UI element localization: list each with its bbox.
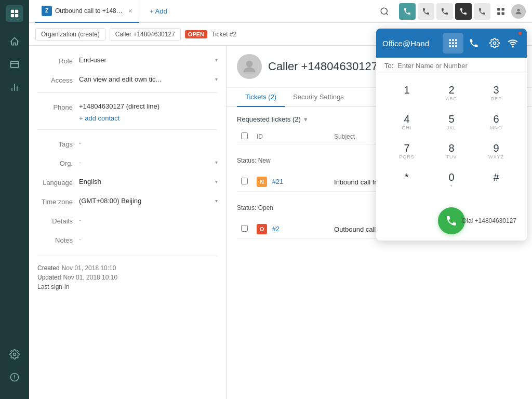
role-label: Role [37,54,79,65]
key-0[interactable]: 0+ [436,168,467,193]
header-icons [376,3,526,20]
call-button[interactable] [438,207,465,234]
access-label: Access [37,73,79,84]
ticket2-checkbox[interactable] [241,225,248,232]
org-dropdown[interactable]: - ▾ [79,156,218,168]
tags-row: Tags - [37,137,218,149]
access-dropdown[interactable]: Can view and edit own tic... ▾ [79,73,218,85]
svg-point-17 [246,61,253,68]
ticket2-id[interactable]: #2 [272,225,280,233]
sidebar [0,0,29,399]
keypad-row-4: * 0+ # [384,168,518,193]
timezone-label: Time zone [37,195,79,206]
created-label: Created [37,264,60,272]
svg-line-11 [386,13,388,15]
dialer-wifi-icon [505,33,521,54]
tab-tickets[interactable]: Tickets (2) [237,88,285,107]
timezone-dropdown[interactable]: (GMT+08:00) Beijing ▾ [79,195,218,207]
tab-security[interactable]: Security Settings [285,88,352,107]
access-arrow-icon: ▾ [215,76,218,82]
created-value: Nov 01, 2018 10:10 [62,264,116,272]
details-label: Details [37,214,79,225]
svg-point-22 [453,43,454,44]
ticket1-new-badge: N [257,177,267,187]
user-avatar-btn[interactable] [511,4,526,19]
breadcrumb-org[interactable]: Organization (create) [35,28,105,41]
updated-value: Nov 01, 2018 10:10 [63,274,117,281]
svg-point-9 [14,353,16,356]
ticket1-id[interactable]: #21 [272,178,284,185]
dialer-header: Office@Hand [376,29,527,58]
svg-rect-14 [497,12,500,15]
svg-rect-3 [15,14,18,17]
svg-point-27 [494,42,496,45]
timezone-arrow-icon: ▾ [215,198,218,204]
org-arrow-icon: ▾ [215,159,218,165]
add-contact-link[interactable]: + add contact [79,114,218,122]
tags-label: Tags [37,137,79,148]
phone-value: +14804630127 (direct line) [79,100,218,112]
key-3[interactable]: 3DEF [481,81,512,105]
key-8[interactable]: 8TUV [436,139,467,164]
requested-title: Requested tickets (2) [237,115,301,123]
dialer-to-input[interactable] [397,62,518,70]
updated-row: Updated Nov 01, 2018 10:10 [37,274,218,281]
key-9[interactable]: 9WXYZ [481,139,512,164]
language-value: English [79,178,101,185]
select-all-checkbox[interactable] [241,132,248,139]
dialer-popup: Office@Hand [376,29,527,241]
phone-icon-4[interactable] [455,3,472,20]
search-btn[interactable] [376,3,393,20]
dialer-to-row: To: [376,58,527,74]
main-tab[interactable]: Z Outbound call to +14804... #2 × [35,0,139,23]
phone-icon-2[interactable] [418,3,434,20]
key-7[interactable]: 7PQRS [391,139,422,164]
key-4[interactable]: 4GHI [391,110,422,135]
org-label: Org. [37,156,79,167]
keypad-row-3: 7PQRS 8TUV 9WXYZ [384,139,518,164]
phone-icon-5[interactable] [474,3,490,20]
dialer-phone-tab[interactable] [463,33,484,54]
language-dropdown[interactable]: English ▾ [79,176,218,188]
sidebar-home-icon[interactable] [5,32,24,51]
notes-label: Notes [37,233,79,244]
notes-row: Notes - [37,233,218,245]
sidebar-logo[interactable] [6,5,23,22]
phone-label: Phone [37,100,79,111]
notes-value: - [79,233,218,245]
svg-point-19 [453,39,454,41]
sidebar-zendesk-icon[interactable] [5,368,24,387]
dialer-keypad-tab[interactable] [443,33,463,54]
details-row: Details - [37,214,218,226]
ticket2-open-badge: O [257,224,267,234]
top-bar: Z Outbound call to +14804... #2 × + Add [29,0,532,23]
svg-point-21 [449,43,451,44]
sidebar-reports-icon[interactable] [5,78,24,97]
key-6[interactable]: 6MNO [481,110,512,135]
phone-icon-1[interactable] [399,3,416,20]
role-row: Role End-user ▾ [37,54,218,66]
ticket1-checkbox[interactable] [241,178,248,184]
phone-icon-3[interactable] [436,3,453,20]
key-2[interactable]: 2ABC [436,81,467,105]
breadcrumb-caller[interactable]: Caller +14804630127 [110,28,181,41]
ticket-reference: Ticket #2 [211,31,236,38]
grid-icon-btn[interactable] [493,3,509,20]
sidebar-settings-icon[interactable] [5,345,24,364]
role-dropdown[interactable]: End-user ▾ [79,54,218,66]
language-label: Language [37,176,79,187]
org-row: Org. - ▾ [37,156,218,168]
add-tab-btn[interactable]: + Add [143,7,174,15]
dialer-settings-tab[interactable] [484,33,505,54]
svg-point-24 [449,46,451,47]
dial-label: Dial +14804630127 [462,217,516,224]
key-5[interactable]: 5JKL [436,110,467,135]
sidebar-tickets-icon[interactable] [5,55,24,74]
add-tab-label: + Add [150,7,167,15]
key-hash[interactable]: # [481,168,512,193]
key-star[interactable]: * [391,168,422,193]
timezone-row: Time zone (GMT+08:00) Beijing ▾ [37,195,218,207]
key-1[interactable]: 1 [391,81,422,105]
tab-close-btn[interactable]: × [128,7,132,15]
dates-section: Created Nov 01, 2018 10:10 Updated Nov 0… [37,256,218,290]
